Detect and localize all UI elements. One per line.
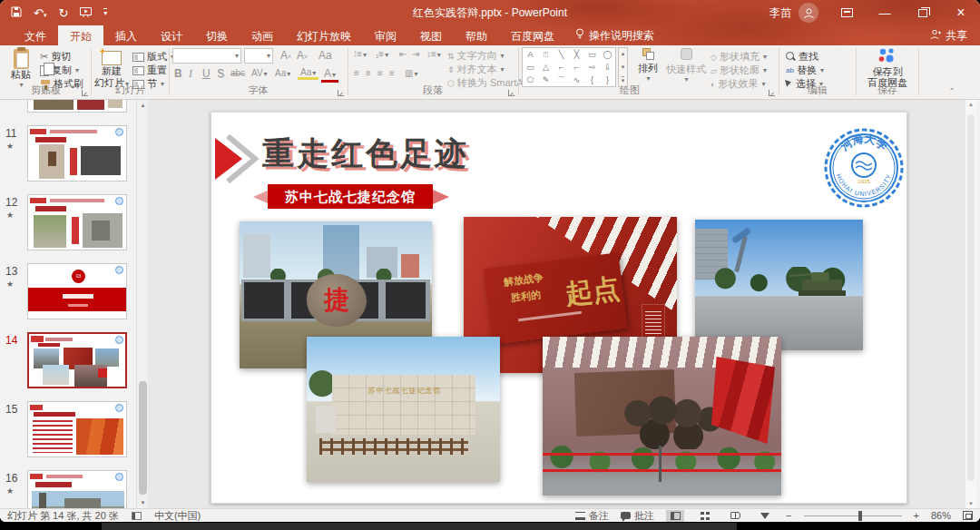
line-spacing-button[interactable]: ↕≡▾ xyxy=(424,49,444,59)
photo-museum-building[interactable]: 苏中七战七捷纪念馆 xyxy=(307,337,500,482)
tab-home[interactable]: 开始 xyxy=(58,25,103,45)
view-normal-button[interactable] xyxy=(666,510,684,522)
replace-button[interactable]: ab 替换▾ xyxy=(786,64,824,77)
font-dialog-launcher[interactable] xyxy=(338,90,344,96)
reset-button[interactable]: 重置 xyxy=(132,64,167,77)
thumbnail-slide-16[interactable] xyxy=(27,470,127,508)
bullets-button[interactable]: ⁝≡▾ xyxy=(351,49,369,59)
panel-scrollbar-thumb[interactable] xyxy=(139,381,147,495)
thumbnail-slide-12[interactable] xyxy=(27,194,127,250)
photo-sculpture-flag[interactable] xyxy=(543,337,781,496)
justify-button[interactable]: ≡ xyxy=(387,68,397,78)
columns-button[interactable]: ▥▾ xyxy=(402,68,420,78)
decrease-indent-button[interactable]: ⇤ xyxy=(397,49,409,59)
text-shadow-button[interactable]: S xyxy=(214,67,227,80)
close-button[interactable]: × xyxy=(942,0,980,25)
tab-view[interactable]: 视图 xyxy=(408,25,454,45)
tab-transitions[interactable]: 切换 xyxy=(194,25,240,45)
zoom-out-button[interactable]: − xyxy=(786,510,791,521)
shrink-font-button[interactable]: A˅ xyxy=(294,49,310,62)
photo-tank-plaza[interactable] xyxy=(695,220,863,350)
thumbnail-slide-11[interactable] xyxy=(27,125,127,182)
align-left-button[interactable]: ≡ xyxy=(351,68,362,78)
tab-file[interactable]: 文件 xyxy=(13,25,58,45)
grow-font-button[interactable]: A˄ xyxy=(278,49,294,62)
collapse-ribbon-button[interactable]: ⌃ xyxy=(946,87,958,96)
scroll-up-icon[interactable]: ▲ xyxy=(137,100,148,111)
italic-button[interactable]: I xyxy=(186,67,195,81)
minimize-button[interactable]: — xyxy=(866,0,904,25)
thumbnail-slide-13[interactable]: 03 xyxy=(27,263,127,319)
arrange-button[interactable]: 排列▾ xyxy=(632,48,663,83)
language-indicator[interactable]: 中文(中国) xyxy=(154,509,201,523)
paste-button[interactable]: 粘贴 ▾ xyxy=(5,47,36,89)
thumbnail-slide-10[interactable] xyxy=(27,100,127,113)
bold-button[interactable]: B xyxy=(172,67,185,80)
thumbnail-slide-14[interactable] xyxy=(27,332,127,388)
tab-insert[interactable]: 插入 xyxy=(103,25,149,45)
scroll-down-icon[interactable]: ▼ xyxy=(137,497,148,508)
tab-design[interactable]: 设计 xyxy=(149,25,194,45)
character-spacing-button[interactable]: AV▾ xyxy=(249,68,270,78)
shape-outline-button[interactable]: ▱形状轮廓▾ xyxy=(710,64,767,77)
comments-button[interactable]: 批注 xyxy=(621,509,654,523)
notes-button[interactable]: 备注 xyxy=(575,509,609,523)
account-name[interactable]: 李苗 xyxy=(769,5,791,21)
zoom-slider-thumb[interactable] xyxy=(858,511,862,521)
find-button[interactable]: 查找 xyxy=(786,50,818,64)
font-color-button[interactable]: A▾ xyxy=(321,67,338,83)
view-slideshow-button[interactable] xyxy=(756,510,774,522)
tab-review[interactable]: 审阅 xyxy=(363,25,408,45)
share-button[interactable]: 共享 xyxy=(930,25,967,45)
font-size-combo[interactable]: ▾ xyxy=(244,48,273,64)
align-center-button[interactable]: ≡ xyxy=(363,68,374,78)
shape-fill-button[interactable]: ◇形状填充▾ xyxy=(710,50,767,64)
accessibility-checker-icon[interactable] xyxy=(132,512,142,520)
fit-slide-to-window-button[interactable] xyxy=(963,511,973,520)
copy-button[interactable]: 复制▾ xyxy=(40,64,79,77)
drawing-dialog-launcher[interactable] xyxy=(769,90,775,96)
text-direction-button[interactable]: ⇅文字方向▾ xyxy=(447,49,505,63)
main-scrollbar-thumb[interactable] xyxy=(967,114,975,481)
zoom-in-button[interactable]: + xyxy=(914,510,919,521)
zoom-level[interactable]: 86% xyxy=(931,510,951,521)
thumbnail-slide-15[interactable] xyxy=(27,401,127,457)
ribbon-display-options-button[interactable] xyxy=(828,0,866,25)
align-text-button[interactable]: ⇕对齐文本▾ xyxy=(447,63,505,76)
numbering-button[interactable]: ₁≡▾ xyxy=(373,49,391,59)
strikethrough-button[interactable]: abc xyxy=(228,68,248,78)
tell-me-search[interactable]: 操作说明搜索 xyxy=(566,25,663,45)
restore-button[interactable] xyxy=(904,0,942,25)
tab-slideshow[interactable]: 幻灯片放映 xyxy=(285,25,363,45)
ribbon: 粘贴 ▾ ✂ 剪切 复制▾ 格式刷 剪贴板 ✦ 新建 幻 xyxy=(0,45,980,100)
view-slide-sorter-button[interactable] xyxy=(696,510,714,522)
tab-help[interactable]: 帮助 xyxy=(454,25,499,45)
slide-title[interactable]: 重走红色足迹 xyxy=(262,132,469,175)
underline-button[interactable]: U xyxy=(200,67,213,80)
scroll-up-icon[interactable]: ▲ xyxy=(965,102,976,107)
quick-styles-button[interactable]: 快速样式▾ xyxy=(665,48,707,83)
change-case-button[interactable]: Aa▾ xyxy=(272,68,293,78)
search-icon xyxy=(786,52,796,62)
shapes-gallery-scroll[interactable]: ▴▾▾ xyxy=(618,47,628,87)
shapes-gallery[interactable]: A⍞╲╳▭◯ ▭△⌐⌐⇨⇩ ⬠✎⌒∿{} xyxy=(522,47,616,87)
group-drawing: A⍞╲╳▭◯ ▭△⌐⌐⇨⇩ ⬠✎⌒∿{} ▴▾▾ 排列▾ 快速样式▾ ◇形状填充… xyxy=(520,45,777,98)
tab-baidu-netdisk[interactable]: 百度网盘 xyxy=(499,25,566,45)
clipboard-dialog-launcher[interactable] xyxy=(82,90,88,96)
main-scrollbar[interactable]: ▲ ▼ xyxy=(965,100,976,508)
view-reading-button[interactable] xyxy=(726,510,744,522)
clear-formatting-button[interactable]: Aa xyxy=(316,49,335,62)
slide-canvas[interactable]: 重走红色足迹 苏中七战七捷纪念馆 河海大学 HOHAI UNIVERSITY 1… xyxy=(211,112,907,504)
tab-animations[interactable]: 动画 xyxy=(240,25,285,45)
font-name-combo[interactable]: ▾ xyxy=(172,48,241,64)
align-right-button[interactable]: ≡ xyxy=(375,68,386,78)
zoom-slider[interactable] xyxy=(804,515,902,516)
slide-subtitle-banner[interactable]: 苏中七战七捷纪念馆 xyxy=(268,184,433,209)
new-slide-button[interactable]: ✦ 新建 幻灯片▾ xyxy=(93,47,130,88)
panel-scrollbar[interactable]: ▲ ▼ xyxy=(136,100,148,508)
scroll-down-icon[interactable]: ▼ xyxy=(965,501,976,506)
highlight-color-button[interactable]: Aa▾ xyxy=(298,67,318,80)
increase-indent-button[interactable]: ⇥ xyxy=(409,49,422,59)
paragraph-dialog-launcher[interactable] xyxy=(508,90,514,96)
avatar[interactable] xyxy=(799,3,818,23)
